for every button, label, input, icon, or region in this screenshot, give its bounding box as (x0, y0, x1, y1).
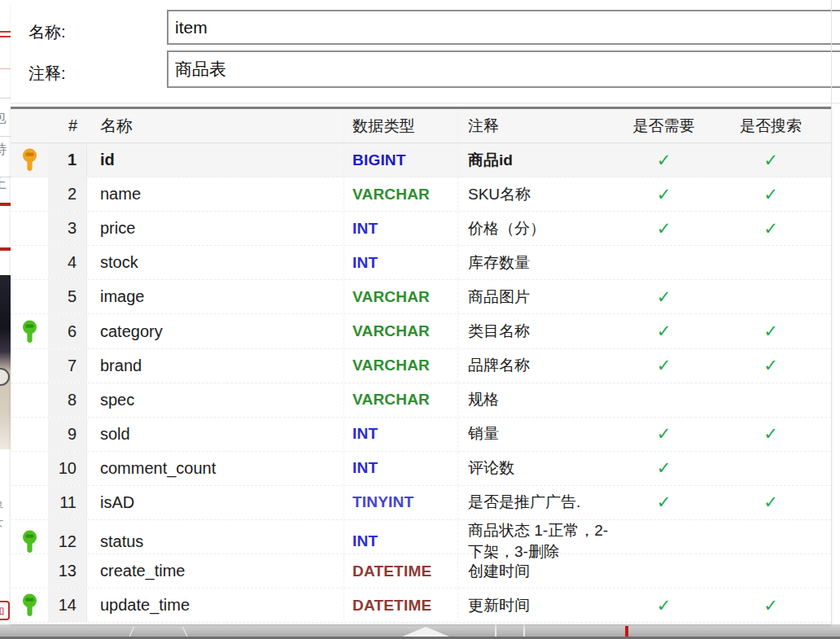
column-datatype: VARCHAR (344, 280, 458, 313)
key-column-empty (11, 554, 48, 588)
table-row[interactable]: 5imageVARCHAR商品图片✓ (11, 280, 831, 314)
column-comment: 销量 (458, 423, 617, 444)
column-name: image (87, 280, 344, 313)
required-checkmark: ✓ (617, 424, 711, 444)
searchable-checkmark: ✓ (711, 596, 831, 615)
table-row[interactable]: 13create_timeDATETIME创建时间 (11, 554, 831, 589)
header-number: # (48, 109, 87, 142)
key-column-empty (11, 177, 48, 211)
header-key-column (11, 109, 48, 142)
column-number: 7 (48, 349, 87, 383)
table-row[interactable]: 8specVARCHAR规格 (11, 383, 831, 418)
column-comment: 库存数量 (458, 252, 617, 274)
background-page-bottom-strip (0, 624, 840, 639)
header-name: 名称 (87, 109, 344, 142)
key-column-empty (11, 418, 48, 451)
key-column-empty (11, 383, 48, 417)
required-checkmark: ✓ (617, 287, 711, 307)
table-row[interactable]: 12statusINT商品状态 1-正常，2-下架，3-删除 (11, 520, 831, 554)
table-row[interactable]: 1idBIGINT商品id✓✓ (11, 143, 831, 177)
table-row[interactable]: 7brandVARCHAR品牌名称✓✓ (11, 349, 831, 383)
key-column-empty (11, 486, 48, 519)
column-name: sold (87, 418, 344, 451)
searchable-checkmark: ✓ (711, 219, 831, 239)
column-comment: 评论数 (458, 457, 617, 479)
column-datatype: DATETIME (344, 589, 458, 622)
column-comment: 商品图片 (458, 287, 617, 308)
table-row[interactable]: 9soldINT销量✓✓ (11, 418, 831, 452)
column-name: category (87, 314, 344, 348)
background-text-fragment: 特 (0, 140, 7, 159)
table-row[interactable]: 2nameVARCHARSKU名称✓✓ (11, 177, 831, 212)
column-number: 14 (48, 589, 87, 622)
searchable-checkmark: ✓ (711, 151, 831, 170)
background-text-fragment: 上 (0, 174, 7, 193)
table-row[interactable]: 6categoryVARCHAR类目名称✓✓ (11, 314, 831, 348)
background-pink-line (0, 68, 11, 69)
column-datatype: VARCHAR (344, 314, 458, 348)
index-key-icon (11, 314, 48, 348)
column-datatype: INT (344, 246, 458, 279)
column-datatype: VARCHAR (344, 177, 458, 211)
column-datatype: INT (344, 212, 458, 245)
background-text-fragment: 女 (0, 515, 3, 530)
column-datatype: VARCHAR (344, 383, 458, 417)
table-name-input[interactable] (167, 10, 840, 45)
table-comment-label: 注释: (28, 63, 66, 85)
column-comment: 是否是推广广告. (458, 492, 617, 513)
required-checkmark: ✓ (617, 151, 711, 170)
background-red-line (0, 31, 11, 33)
searchable-checkmark: ✓ (711, 424, 831, 444)
table-row[interactable]: 11isADTINYINT是否是推广广告.✓✓ (11, 486, 831, 520)
table-row[interactable]: 10comment_countINT评论数✓ (11, 452, 831, 486)
searchable-checkmark: ✓ (711, 492, 831, 512)
column-comment: 商品状态 1-正常，2-下架，3-删除 (458, 520, 617, 562)
column-number: 3 (48, 212, 87, 245)
header-comment: 注释 (458, 116, 617, 137)
background-photo-fragment (0, 275, 11, 449)
background-text-fragment: 鱼 (0, 497, 3, 511)
primary-key-icon (11, 143, 48, 177)
column-comment: 更新时间 (458, 595, 617, 616)
searchable-checkmark: ✓ (711, 356, 831, 375)
column-comment: 价格（分） (458, 218, 617, 239)
background-red-line (0, 36, 11, 37)
column-number: 8 (48, 383, 87, 417)
background-red-line (0, 247, 11, 251)
column-datatype: TINYINT (344, 486, 458, 519)
column-name: update_time (87, 589, 344, 622)
table-row[interactable]: 4stockINT库存数量 (11, 246, 831, 280)
required-checkmark: ✓ (617, 185, 711, 204)
column-name: price (87, 212, 344, 245)
column-name: comment_count (87, 452, 344, 485)
index-key-icon (11, 589, 48, 622)
column-comment: 品牌名称 (458, 355, 617, 376)
background-text-fragment: 包 (0, 108, 7, 127)
column-datatype: INT (344, 418, 458, 451)
column-datatype: BIGINT (344, 143, 458, 177)
column-number: 9 (48, 418, 87, 451)
required-checkmark: ✓ (617, 492, 711, 512)
header-required: 是否需要 (617, 116, 711, 137)
background-gray-line (0, 136, 11, 137)
column-name: name (87, 177, 344, 211)
required-checkmark: ✓ (617, 596, 711, 615)
column-comment: 类目名称 (458, 321, 617, 342)
column-name: create_time (87, 554, 344, 588)
table-properties-panel: 名称: 注释: (11, 4, 840, 103)
column-number: 4 (48, 246, 87, 279)
required-checkmark: ✓ (617, 322, 711, 341)
column-datatype: DATETIME (344, 554, 458, 588)
column-name: id (87, 143, 344, 177)
table-row[interactable]: 14update_timeDATETIME更新时间✓✓ (11, 589, 831, 623)
column-number: 10 (48, 452, 87, 485)
table-comment-input[interactable] (167, 50, 840, 88)
column-name: isAD (87, 486, 344, 519)
searchable-checkmark: ✓ (711, 322, 831, 341)
column-number: 5 (48, 280, 87, 313)
column-number: 11 (48, 486, 87, 519)
table-row[interactable]: 3priceINT价格（分）✓✓ (11, 212, 831, 246)
background-red-line (0, 203, 11, 206)
required-checkmark: ✓ (617, 458, 711, 478)
column-datatype: INT (344, 452, 458, 485)
